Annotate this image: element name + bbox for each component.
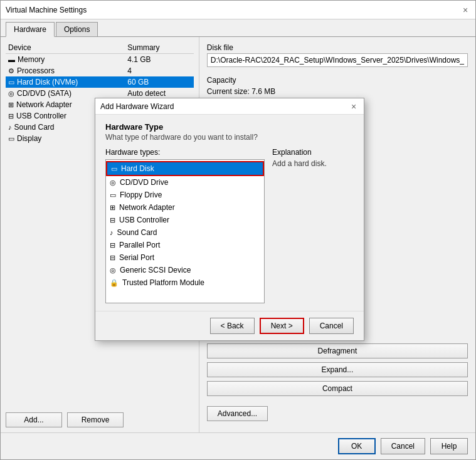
wizard-close-button[interactable]: × xyxy=(349,102,359,112)
hdd-icon: ▭ xyxy=(8,78,14,86)
hw-item-floppy[interactable]: ▭ Floppy Drive xyxy=(106,189,264,201)
current-size-value: 7.6 MB xyxy=(251,87,275,96)
disk-file-value: D:\Oracle-RAC\2024_RAC_Setup\WIndows_Ser… xyxy=(207,53,468,67)
usb-icon: ⊟ xyxy=(8,112,14,120)
advanced-button[interactable]: Advanced... xyxy=(207,406,268,421)
wizard-header: Hardware Type What type of hardware do y… xyxy=(105,122,354,142)
defragment-button[interactable]: Defragment xyxy=(207,343,468,358)
window-footer: OK Cancel Help xyxy=(1,432,475,459)
wizard-body: Hardware Type What type of hardware do y… xyxy=(95,115,364,311)
tab-hardware[interactable]: Hardware xyxy=(6,22,55,37)
hw-item-label: CD/DVD Drive xyxy=(120,178,168,187)
right-buttons: Defragment Expand... Compact Advanced... xyxy=(207,343,468,426)
hw-item-scsi[interactable]: ◎ Generic SCSI Device xyxy=(106,264,264,276)
hw-icon-sound: ♪ xyxy=(110,229,114,236)
col-summary: Summary xyxy=(125,42,194,54)
cancel-footer-button[interactable]: Cancel xyxy=(381,438,425,454)
wizard-cancel-button[interactable]: Cancel xyxy=(309,318,354,334)
wizard-dialog: Add Hardware Wizard × Hardware Type What… xyxy=(95,98,364,341)
close-button[interactable]: × xyxy=(460,5,470,15)
processor-icon: ⚙ xyxy=(8,67,14,75)
display-icon: ▭ xyxy=(8,135,14,142)
current-size: Current size: 7.6 MB xyxy=(207,87,468,96)
disk-file-label: Disk file xyxy=(207,43,468,52)
explanation-text: Add a hard disk. xyxy=(272,159,354,168)
compact-button[interactable]: Compact xyxy=(207,381,468,396)
hw-item-sound[interactable]: ♪ Sound Card xyxy=(106,226,264,239)
cdrom-icon: ◎ xyxy=(8,90,14,97)
hw-item-parallel[interactable]: ⊟ Parallel Port xyxy=(106,239,264,251)
wizard-columns: Hardware types: ▭ Hard Disk ◎ CD/DVD Dri… xyxy=(105,148,354,303)
hw-item-tpm[interactable]: 🔒 Trusted Platform Module xyxy=(106,276,264,289)
wizard-header-subtitle: What type of hardware do you want to ins… xyxy=(105,133,354,142)
hw-item-label: Parallel Port xyxy=(119,241,160,249)
help-button[interactable]: Help xyxy=(430,438,468,454)
hw-icon-scsi: ◎ xyxy=(110,266,116,274)
disk-file-section: Disk file D:\Oracle-RAC\2024_RAC_Setup\W… xyxy=(207,43,468,73)
hw-icon-tpm: 🔒 xyxy=(110,279,119,287)
hw-item-usb[interactable]: ⊟ USB Controller xyxy=(106,214,264,226)
hw-item-hard-disk[interactable]: ▭ Hard Disk xyxy=(106,161,264,176)
hw-icon-parallel: ⊟ xyxy=(110,241,115,249)
hw-list-container: Hardware types: ▭ Hard Disk ◎ CD/DVD Dri… xyxy=(105,148,265,303)
hw-icon-network: ⊞ xyxy=(110,204,115,212)
network-icon: ⊞ xyxy=(8,101,14,108)
hw-item-label: Trusted Platform Module xyxy=(122,278,204,287)
hw-icon-serial: ⊟ xyxy=(110,254,115,262)
advanced-spacer: Advanced... xyxy=(207,406,468,421)
hw-item-network[interactable]: ⊞ Network Adapter xyxy=(106,201,264,214)
col-device: Device xyxy=(6,42,125,54)
hw-item-label: Network Adapter xyxy=(119,203,175,212)
hw-list-label: Hardware types: xyxy=(105,148,265,157)
next-button[interactable]: Next > xyxy=(260,318,304,334)
explanation-panel: Explanation Add a hard disk. xyxy=(272,148,354,303)
title-bar: Virtual Machine Settings × xyxy=(1,1,475,19)
left-bottom-buttons: Add... Remove xyxy=(6,407,194,427)
hw-icon-cdrom: ◎ xyxy=(110,179,116,187)
hw-item-label: Hard Disk xyxy=(121,164,154,173)
tab-bar: Hardware Options xyxy=(1,19,475,37)
hw-icon-usb: ⊟ xyxy=(110,216,115,224)
hw-icon-hdd: ▭ xyxy=(111,165,117,173)
capacity-label: Capacity xyxy=(207,76,468,85)
table-row[interactable]: ▬Memory 4.1 GB xyxy=(6,54,194,66)
back-button[interactable]: < Back xyxy=(210,318,255,334)
wizard-title-bar: Add Hardware Wizard × xyxy=(95,98,364,115)
memory-icon: ▬ xyxy=(8,56,15,63)
main-window: Virtual Machine Settings × Hardware Opti… xyxy=(0,0,476,460)
hw-item-cdrom[interactable]: ◎ CD/DVD Drive xyxy=(106,176,264,189)
expand-button[interactable]: Expand... xyxy=(207,362,468,377)
hw-item-label: Generic SCSI Device xyxy=(120,266,191,274)
wizard-header-title: Hardware Type xyxy=(105,122,354,132)
explanation-label: Explanation xyxy=(272,148,354,157)
wizard-footer: < Back Next > Cancel xyxy=(95,311,364,340)
hw-item-label: Sound Card xyxy=(117,228,157,237)
remove-button[interactable]: Remove xyxy=(67,412,124,427)
hw-item-label: Serial Port xyxy=(119,253,154,262)
capacity-section: Capacity Current size: 7.6 MB xyxy=(207,76,468,96)
wizard-title: Add Hardware Wizard xyxy=(100,102,174,111)
sound-icon: ♪ xyxy=(8,123,12,131)
hw-item-serial[interactable]: ⊟ Serial Port xyxy=(106,251,264,264)
window-title: Virtual Machine Settings xyxy=(6,6,87,14)
table-row[interactable]: ⚙Processors 4 xyxy=(6,65,194,76)
current-size-label: Current size: xyxy=(207,87,250,96)
hw-icon-floppy: ▭ xyxy=(110,191,116,199)
ok-button[interactable]: OK xyxy=(338,438,376,454)
tab-options[interactable]: Options xyxy=(56,22,98,36)
table-row-hard-disk[interactable]: ▭Hard Disk (NVMe) 60 GB xyxy=(6,76,194,88)
add-button[interactable]: Add... xyxy=(6,412,62,427)
hw-item-label: Floppy Drive xyxy=(120,191,162,199)
hw-list[interactable]: ▭ Hard Disk ◎ CD/DVD Drive ▭ Floppy Driv… xyxy=(105,159,265,303)
hw-item-label: USB Controller xyxy=(119,216,169,224)
